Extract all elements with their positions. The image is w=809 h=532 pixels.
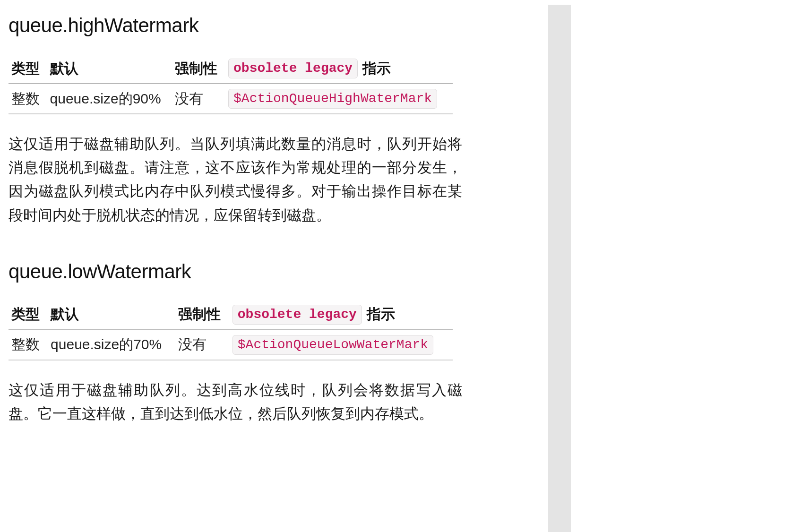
param-table: 类型 默认 强制性 obsolete legacy 指示 整数 [9, 302, 453, 360]
col-default: 默认 [48, 302, 175, 330]
table-row: 整数 queue.size的90% 没有 $ActionQueueHighWat… [9, 84, 453, 114]
obsolete-legacy-badge: obsolete legacy [228, 59, 358, 78]
page-root: queue.highWatermark 类型 默认 强制性 obsolete l… [0, 0, 809, 532]
col-directive: obsolete legacy 指示 [230, 302, 453, 330]
section-description: 这仅适用于磁盘辅助队列。当队列填满此数量的消息时，队列开始将消息假脱机到磁盘。请… [9, 132, 462, 227]
section-title: queue.lowWatermark [9, 260, 540, 283]
directive-code: $ActionQueueHighWaterMark [228, 89, 437, 109]
cell-directive: $ActionQueueHighWaterMark [225, 84, 453, 114]
cell-type: 整数 [9, 84, 47, 114]
obsolete-legacy-badge: obsolete legacy [232, 305, 362, 325]
table-row: 整数 queue.size的70% 没有 $ActionQueueLowWate… [9, 330, 453, 360]
cell-mandatory: 没有 [172, 84, 225, 114]
col-directive-label: 指示 [362, 59, 391, 78]
section-title: queue.highWatermark [9, 14, 540, 37]
directive-code: $ActionQueueLowWaterMark [232, 335, 433, 355]
col-mandatory: 强制性 [172, 56, 225, 84]
col-directive-label: 指示 [367, 305, 395, 324]
section-description: 这仅适用于磁盘辅助队列。达到高水位线时，队列会将数据写入磁盘。它一直这样做，直到… [9, 378, 462, 426]
col-default: 默认 [47, 56, 172, 84]
cell-directive: $ActionQueueLowWaterMark [230, 330, 453, 360]
cell-default: queue.size的70% [48, 330, 175, 360]
param-table: 类型 默认 强制性 obsolete legacy 指示 整数 [9, 56, 453, 114]
cell-default: queue.size的90% [47, 84, 172, 114]
section-high-watermark: queue.highWatermark 类型 默认 强制性 obsolete l… [9, 14, 540, 227]
cell-mandatory: 没有 [175, 330, 230, 360]
col-mandatory: 强制性 [175, 302, 230, 330]
col-type: 类型 [9, 56, 47, 84]
content-area: queue.highWatermark 类型 默认 强制性 obsolete l… [0, 0, 548, 532]
col-directive: obsolete legacy 指示 [225, 56, 453, 84]
col-type: 类型 [9, 302, 48, 330]
table-header-row: 类型 默认 强制性 obsolete legacy 指示 [9, 302, 453, 330]
table-header-row: 类型 默认 强制性 obsolete legacy 指示 [9, 56, 453, 84]
scrollbar-track[interactable] [548, 5, 571, 532]
section-low-watermark: queue.lowWatermark 类型 默认 强制性 obsolete le… [9, 260, 540, 426]
cell-type: 整数 [9, 330, 48, 360]
